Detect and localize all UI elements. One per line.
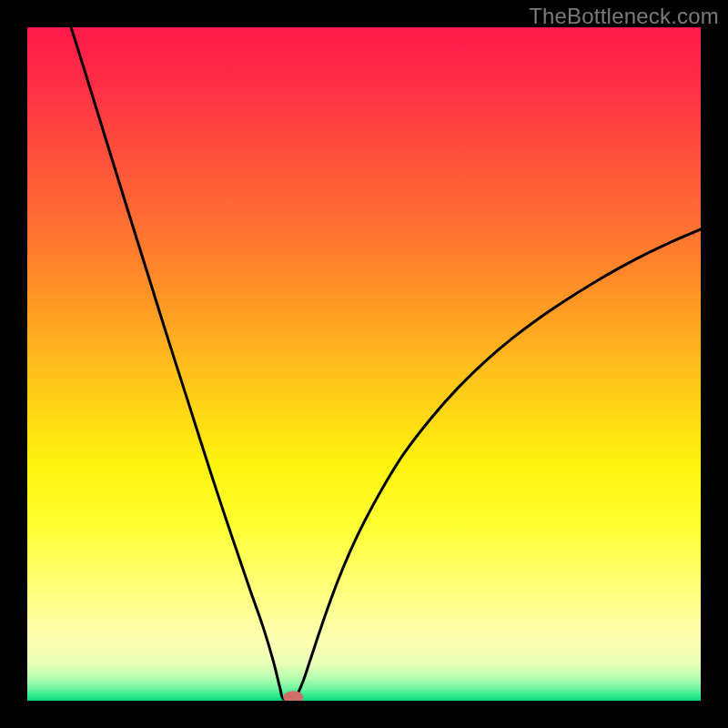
watermark-text: TheBottleneck.com [529, 4, 719, 29]
bottleneck-chart [27, 27, 701, 701]
chart-frame: TheBottleneck.com [0, 0, 728, 728]
plot-area [27, 27, 701, 701]
gradient-background [27, 27, 701, 701]
